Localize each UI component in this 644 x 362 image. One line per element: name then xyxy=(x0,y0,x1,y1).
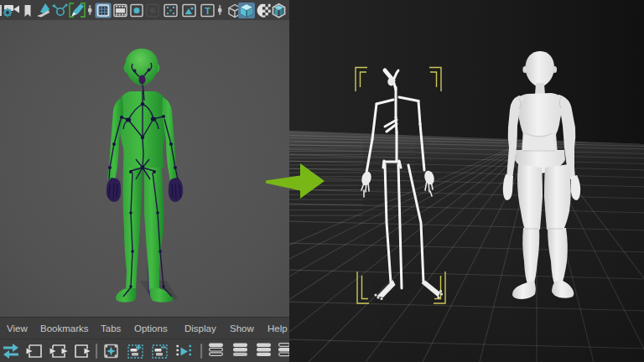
svg-text:T: T xyxy=(205,6,210,16)
